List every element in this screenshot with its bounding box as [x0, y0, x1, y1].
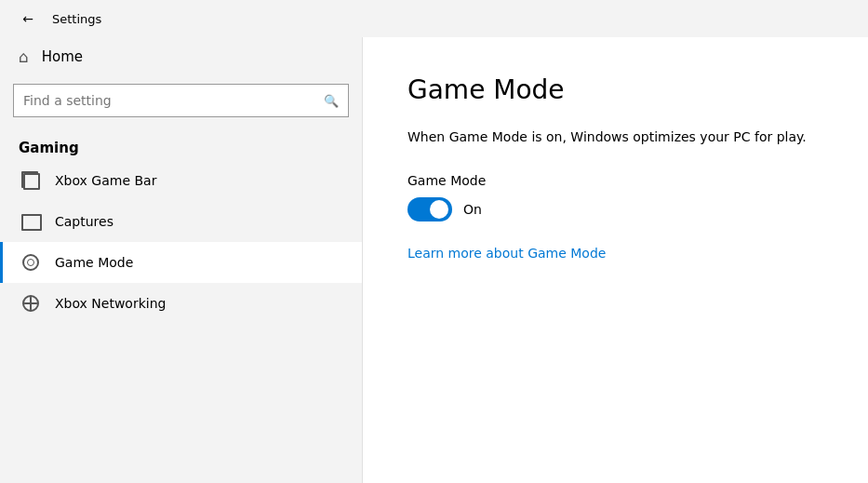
search-icon: 🔍 — [324, 94, 339, 108]
sidebar-home-label: Home — [42, 48, 83, 65]
sidebar-item-game-mode[interactable]: Game Mode — [0, 242, 362, 283]
content-area: Game Mode When Game Mode is on, Windows … — [363, 37, 868, 483]
sidebar-item-label: Game Mode — [55, 255, 133, 270]
sidebar-item-label: Captures — [55, 214, 114, 229]
sidebar-item-label: Xbox Networking — [55, 296, 166, 311]
home-icon: ⌂ — [19, 49, 29, 65]
sidebar: ⌂ Home 🔍 Gaming Xbox Game Bar Captures — [0, 37, 363, 483]
sidebar-item-captures[interactable]: Captures — [0, 201, 362, 242]
sidebar-item-label: Xbox Game Bar — [55, 173, 156, 188]
app-title: Settings — [52, 12, 101, 26]
toggle-thumb — [430, 200, 448, 219]
setting-label: Game Mode — [407, 173, 823, 188]
content-description: When Game Mode is on, Windows optimizes … — [407, 127, 823, 147]
search-box: 🔍 — [13, 84, 349, 117]
title-bar: ← Settings — [0, 0, 868, 37]
main-layout: ⌂ Home 🔍 Gaming Xbox Game Bar Captures — [0, 37, 868, 483]
sidebar-item-xbox-networking[interactable]: Xbox Networking — [0, 283, 362, 324]
sidebar-item-home[interactable]: ⌂ Home — [0, 37, 362, 76]
xbox-networking-icon — [22, 295, 39, 312]
toggle-row: On — [407, 197, 823, 221]
learn-more-link[interactable]: Learn more about Game Mode — [407, 246, 606, 261]
search-container: 🔍 — [13, 84, 349, 117]
game-mode-toggle[interactable] — [407, 197, 452, 221]
toggle-state-label: On — [463, 202, 482, 217]
page-title: Game Mode — [407, 74, 823, 105]
captures-icon — [21, 212, 40, 231]
toggle-track — [407, 197, 452, 221]
search-input[interactable] — [23, 93, 316, 108]
gamemode-icon — [22, 254, 39, 271]
sidebar-section-title: Gaming — [0, 132, 362, 160]
xbox-gamebar-icon — [21, 171, 40, 190]
back-button[interactable]: ← — [15, 6, 41, 32]
sidebar-item-xbox-game-bar[interactable]: Xbox Game Bar — [0, 160, 362, 201]
